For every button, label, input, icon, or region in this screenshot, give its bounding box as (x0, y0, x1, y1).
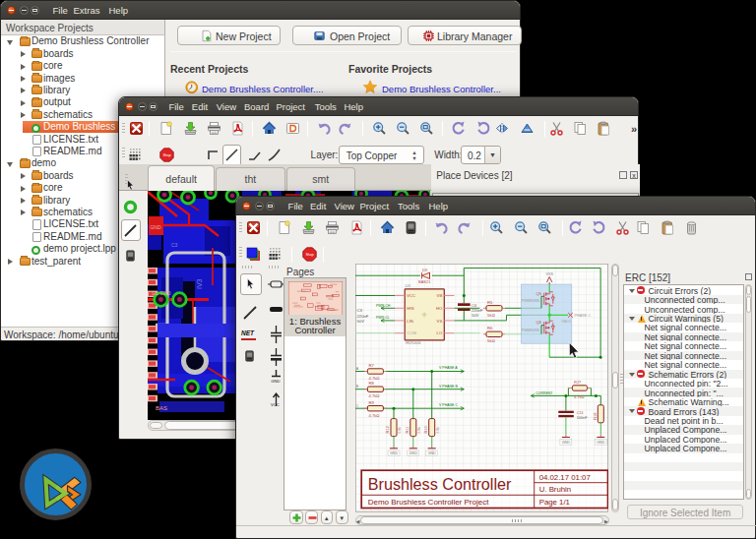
svg-text:U. Bruhin: U. Bruhin (538, 485, 571, 494)
svg-text:100nF: 100nF (576, 416, 587, 420)
svg-text:PAD5: PAD5 (561, 320, 571, 324)
svg-text:IR25606: IR25606 (405, 340, 421, 345)
svg-text:GND: GND (271, 379, 280, 384)
svg-text:Demo Brushless Controller Proj: Demo Brushless Controller Project (367, 498, 488, 507)
svg-text:C: C (355, 404, 358, 408)
svg-text:VS: VS (436, 319, 442, 324)
svg-text:6.8k: 6.8k (417, 427, 421, 434)
svg-text:HIN: HIN (407, 306, 413, 311)
svg-text:R27: R27 (574, 380, 582, 385)
svg-text:R9: R9 (368, 400, 374, 405)
svg-text:56Ω: 56Ω (487, 313, 495, 318)
svg-text:LIN: LIN (407, 319, 413, 324)
svg-text:Q6: Q6 (536, 320, 541, 325)
svg-text:GND: GND (597, 441, 604, 445)
svg-text:LO: LO (436, 330, 442, 335)
svg-text:50V: 50V (472, 313, 478, 318)
svg-text:CURRENT: CURRENT (536, 391, 553, 395)
svg-text:R5: R5 (487, 300, 493, 305)
svg-text:BAS21: BAS21 (418, 279, 431, 284)
svg-text:PHASE C: PHASE C (574, 314, 591, 318)
svg-text:56Ω: 56Ω (487, 338, 495, 343)
svg-text:4.7kΩ: 4.7kΩ (368, 413, 379, 418)
svg-text:PWR CL: PWR CL (375, 316, 389, 320)
svg-text:V PHASE C: V PHASE C (438, 403, 458, 407)
svg-text:PWR CH: PWR CH (375, 304, 390, 308)
svg-text:VCC: VCC (407, 293, 415, 298)
svg-text:V PHASE A: V PHASE A (438, 366, 457, 370)
svg-text:SD GND: SD GND (152, 290, 171, 296)
svg-text:R12: R12 (385, 425, 390, 433)
svg-text:PSMN5R8-..: PSMN5R8-.. (521, 329, 541, 332)
svg-text:R18: R18 (592, 412, 597, 420)
svg-text:4.7kΩ: 4.7kΩ (368, 393, 379, 398)
svg-text:04.02.17 01:07: 04.02.17 01:07 (538, 473, 590, 482)
svg-text:VSS: VSS (545, 272, 553, 276)
svg-text:D9: D9 (422, 268, 428, 272)
svg-text:C11: C11 (576, 410, 584, 415)
svg-text:R7: R7 (368, 363, 374, 368)
svg-text:6.8k: 6.8k (398, 427, 402, 434)
svg-text:Brushless Controller: Brushless Controller (367, 475, 511, 493)
svg-text:R8: R8 (368, 381, 374, 386)
svg-text:220nF: 220nF (356, 314, 368, 319)
svg-text:Page 1/1: Page 1/1 (538, 498, 569, 507)
svg-text:U3: U3 (405, 283, 410, 288)
svg-text:GND: GND (427, 451, 435, 455)
svg-text:R11: R11 (405, 426, 410, 434)
svg-text:HO: HO (435, 306, 442, 311)
svg-text:VB: VB (436, 293, 442, 298)
svg-text:GND: GND (409, 451, 416, 455)
svg-text:R6: R6 (487, 326, 493, 330)
svg-text:GND: GND (150, 223, 161, 229)
svg-text:V PHASE B: V PHASE B (438, 385, 458, 389)
svg-text:6.8k: 6.8k (436, 427, 440, 434)
svg-text:4.7kΩ: 4.7kΩ (574, 394, 585, 399)
svg-text:C3: C3 (171, 242, 178, 248)
svg-text:COM: COM (407, 330, 416, 335)
svg-text:VCC: VCC (271, 402, 280, 406)
svg-text:GND: GND (390, 451, 398, 455)
svg-text:PSMN5R8-..: PSMN5R8-.. (521, 299, 541, 303)
svg-text:C3: C3 (356, 308, 362, 313)
svg-text:IV3: IV3 (196, 278, 203, 289)
svg-text:R10: R10 (423, 425, 428, 433)
svg-text:50V: 50V (356, 319, 364, 324)
svg-text:Q5: Q5 (536, 291, 541, 296)
svg-text:BAS: BAS (156, 405, 167, 411)
svg-text:GND: GND (561, 441, 569, 445)
